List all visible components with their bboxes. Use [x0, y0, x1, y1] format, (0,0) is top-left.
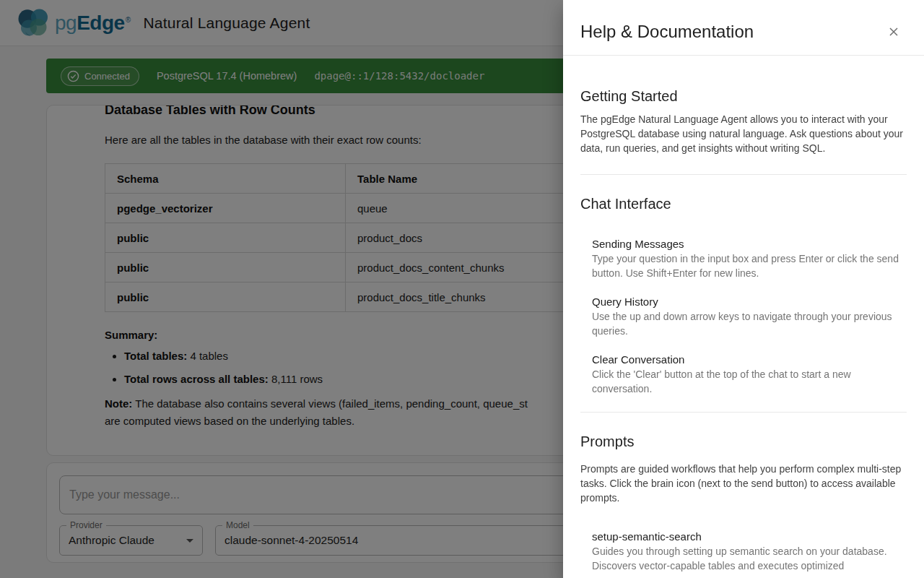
divider [580, 412, 907, 413]
getting-started-body: The pgEdge Natural Language Agent allows… [580, 112, 907, 155]
help-item-title: Query History [592, 295, 907, 309]
help-item-description: Guides you through setting up semantic s… [592, 544, 907, 573]
help-item-description: Click the 'Clear' button at the top of t… [592, 367, 907, 396]
help-item-title: Sending Messages [592, 237, 907, 251]
divider [563, 55, 924, 56]
help-item-clear-conversation: Clear Conversation Click the 'Clear' but… [592, 353, 907, 396]
help-drawer-title: Help & Documentation [580, 20, 754, 43]
prompts-body: Prompts are guided workflows that help y… [580, 462, 907, 505]
section-heading-getting-started: Getting Started [580, 86, 907, 106]
help-item-title: setup-semantic-search [592, 530, 907, 544]
close-icon [886, 25, 901, 39]
section-heading-chat-interface: Chat Interface [580, 194, 907, 214]
help-item-title: Clear Conversation [592, 353, 907, 367]
help-item-description: Use the up and down arrow keys to naviga… [592, 309, 907, 338]
help-drawer: Help & Documentation Getting Started The… [563, 0, 924, 578]
help-item-query-history: Query History Use the up and down arrow … [592, 295, 907, 338]
help-item-setup-semantic-search: setup-semantic-search Guides you through… [592, 530, 907, 573]
section-heading-prompts: Prompts [580, 431, 907, 452]
divider [580, 174, 907, 175]
close-button[interactable] [881, 19, 907, 45]
help-item-sending-messages: Sending Messages Type your question in t… [592, 237, 907, 280]
help-item-description: Type your question in the input box and … [592, 251, 907, 280]
